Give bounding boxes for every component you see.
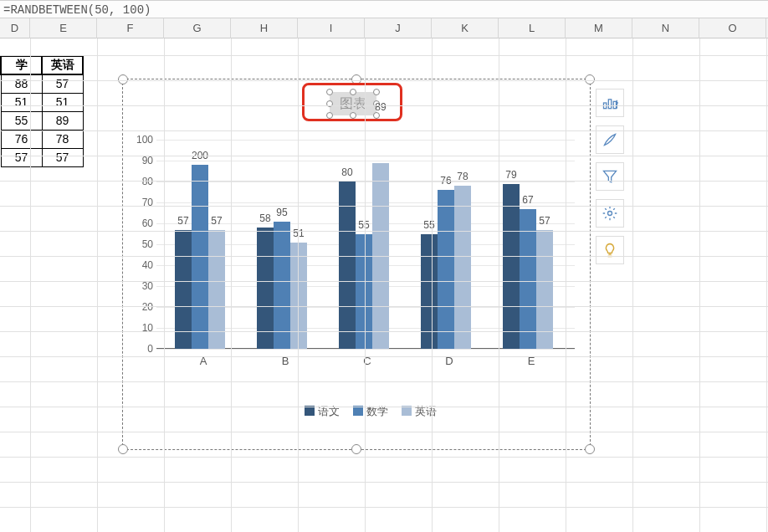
formula-bar[interactable]: =RANDBETWEEN(50, 100) bbox=[0, 0, 768, 18]
cell[interactable]: 78 bbox=[42, 130, 83, 148]
chart-settings-button[interactable] bbox=[596, 199, 624, 228]
data-label: 51 bbox=[288, 228, 310, 239]
gridline bbox=[0, 281, 768, 282]
chart-filters-button[interactable] bbox=[596, 162, 624, 191]
bar[interactable] bbox=[192, 165, 208, 349]
bar[interactable] bbox=[290, 243, 307, 350]
bars-icon bbox=[602, 95, 618, 111]
gridline bbox=[0, 105, 768, 106]
gear-icon bbox=[602, 205, 618, 222]
resize-handle-ne[interactable] bbox=[585, 74, 595, 84]
column-header[interactable]: E bbox=[30, 18, 97, 38]
data-table: 学 英语 8857 5151 5589 7678 5757 bbox=[0, 55, 84, 167]
data-label: 80 bbox=[336, 166, 358, 178]
plot-gridline bbox=[156, 161, 575, 161]
gridline bbox=[0, 256, 768, 257]
spreadsheet-grid[interactable]: 学 英语 8857 5151 5589 7678 5757 图表 bbox=[0, 38, 768, 532]
resize-handle-sw[interactable] bbox=[118, 444, 128, 454]
cell[interactable]: 57 bbox=[42, 74, 83, 93]
column-header[interactable]: K bbox=[432, 18, 499, 38]
bar[interactable] bbox=[438, 190, 454, 349]
cell[interactable]: 57 bbox=[1, 148, 42, 166]
chart-ideas-button[interactable] bbox=[596, 236, 624, 264]
resize-handle-s[interactable] bbox=[351, 444, 361, 454]
bar[interactable] bbox=[454, 186, 471, 349]
gridline bbox=[0, 407, 768, 407]
gridline bbox=[0, 482, 768, 483]
bar[interactable] bbox=[503, 184, 520, 350]
gridline bbox=[0, 331, 768, 332]
gridline bbox=[231, 38, 232, 532]
column-headers: DEFGHIJKLMNO bbox=[0, 18, 768, 38]
resize-handle-se[interactable] bbox=[585, 444, 595, 454]
cell[interactable]: 51 bbox=[42, 93, 83, 111]
y-tick-label: 90 bbox=[130, 155, 153, 166]
y-tick-label: 30 bbox=[130, 280, 153, 292]
gridline bbox=[0, 356, 768, 357]
chart-elements-button[interactable] bbox=[596, 89, 624, 117]
column-header[interactable]: M bbox=[566, 18, 632, 38]
cell[interactable]: 51 bbox=[1, 93, 42, 111]
cell[interactable]: 88 bbox=[1, 74, 42, 93]
column-header[interactable]: G bbox=[164, 18, 231, 38]
column-header[interactable]: F bbox=[97, 18, 164, 38]
gridline bbox=[0, 181, 768, 182]
gridline bbox=[164, 38, 165, 532]
column-header[interactable]: H bbox=[231, 18, 298, 38]
y-tick-label: 40 bbox=[130, 259, 153, 271]
cell[interactable]: 76 bbox=[1, 130, 42, 148]
title-handle[interactable] bbox=[373, 89, 380, 95]
gridline bbox=[0, 231, 768, 232]
gridline bbox=[0, 381, 768, 382]
title-handle[interactable] bbox=[373, 112, 380, 119]
resize-handle-nw[interactable] bbox=[118, 74, 128, 84]
brush-icon bbox=[602, 131, 618, 148]
gridline bbox=[0, 432, 768, 432]
data-label: 67 bbox=[517, 194, 539, 206]
bar[interactable] bbox=[520, 209, 536, 350]
gridline bbox=[298, 38, 299, 532]
gridline bbox=[0, 206, 768, 207]
gridline bbox=[432, 38, 433, 532]
gridline bbox=[766, 38, 767, 532]
chart-object[interactable]: 图表 语文 数学 英语 0102030405060708090 bbox=[122, 79, 591, 450]
cell[interactable]: 55 bbox=[1, 111, 42, 130]
gridline bbox=[365, 38, 366, 532]
column-header[interactable]: N bbox=[632, 18, 699, 38]
chart-title-text: 图表 bbox=[340, 96, 366, 110]
funnel-icon bbox=[602, 168, 618, 185]
data-label: 89 bbox=[370, 101, 392, 113]
bar[interactable] bbox=[339, 182, 356, 349]
column-header[interactable]: O bbox=[699, 18, 766, 38]
column-header[interactable]: D bbox=[0, 18, 30, 38]
title-handle[interactable] bbox=[350, 112, 356, 119]
gridline bbox=[699, 38, 700, 532]
cell[interactable]: 89 bbox=[42, 111, 83, 130]
formula-text: =RANDBETWEEN(50, 100) bbox=[3, 3, 151, 17]
data-label: 57 bbox=[206, 215, 228, 227]
title-handle[interactable] bbox=[350, 89, 356, 95]
data-label: 79 bbox=[500, 169, 522, 181]
gridline bbox=[30, 38, 31, 532]
gridline bbox=[0, 80, 768, 81]
data-label: 95 bbox=[271, 207, 293, 218]
y-tick-label: 100 bbox=[130, 134, 153, 146]
title-handle[interactable] bbox=[326, 89, 333, 95]
svg-rect-1 bbox=[608, 100, 611, 109]
chart-plot-area: 语文 数学 英语 01020304050607080901005720057A5… bbox=[156, 140, 575, 382]
cell[interactable]: 57 bbox=[42, 148, 83, 166]
y-tick-label: 20 bbox=[130, 301, 153, 313]
y-tick-label: 50 bbox=[130, 238, 153, 250]
plot-gridline bbox=[156, 349, 575, 350]
table-header: 学 bbox=[1, 56, 42, 74]
table-header: 英语 bbox=[42, 56, 83, 74]
title-handle[interactable] bbox=[326, 112, 333, 119]
gridline bbox=[0, 156, 768, 156]
column-header[interactable]: J bbox=[365, 18, 432, 38]
column-header[interactable]: I bbox=[298, 18, 365, 38]
column-header[interactable]: L bbox=[499, 18, 566, 38]
gridline bbox=[499, 38, 499, 532]
bar[interactable] bbox=[274, 222, 290, 350]
gridline bbox=[0, 507, 768, 508]
gridline bbox=[97, 38, 98, 532]
